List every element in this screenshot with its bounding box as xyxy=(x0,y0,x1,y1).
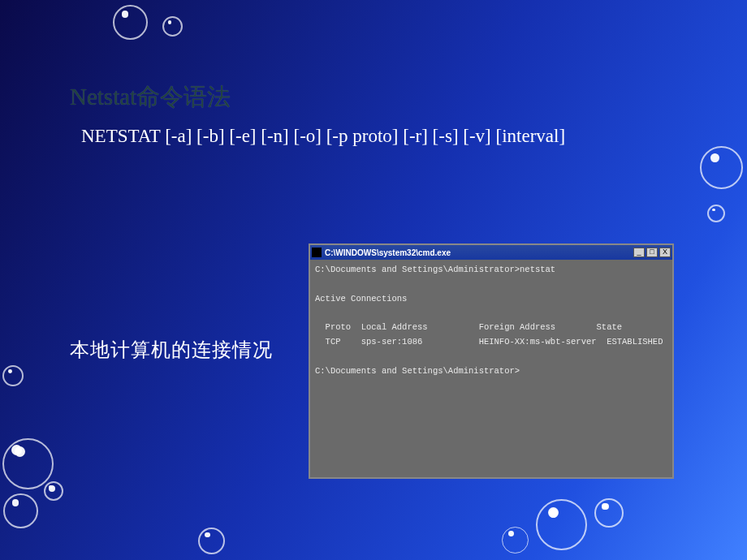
bubble-decor xyxy=(198,528,225,554)
bubble-decor xyxy=(502,527,529,554)
bubble-decor xyxy=(700,146,743,189)
bubble-decor xyxy=(2,365,24,386)
bubble-decor xyxy=(3,493,38,528)
cmd-titlebar[interactable]: C:\WINDOWS\system32\cmd.exe _ □ X xyxy=(310,245,672,260)
syntax-line: NETSTAT [-a] [-b] [-e] [-n] [-o] [-p pro… xyxy=(81,126,565,147)
slide-title: Netstat命令语法 xyxy=(70,81,231,114)
bubble-decor xyxy=(549,509,558,518)
cmd-window: C:\WINDOWS\system32\cmd.exe _ □ X C:\Doc… xyxy=(309,243,674,479)
cmd-output[interactable]: C:\Documents and Settings\Administrator>… xyxy=(310,260,672,477)
minimize-button[interactable]: _ xyxy=(633,248,645,257)
bubble-decor xyxy=(536,499,587,550)
cmd-app-icon xyxy=(312,248,322,257)
bubble-decor xyxy=(2,438,54,489)
bubble-decor xyxy=(594,498,624,528)
slide-caption: 本地计算机的连接情况 xyxy=(70,337,273,363)
bubble-decor xyxy=(602,503,609,510)
bubble-decor xyxy=(162,16,183,37)
bubble-decor xyxy=(707,205,725,222)
cmd-window-title: C:\WINDOWS\system32\cmd.exe xyxy=(325,248,451,257)
maximize-button[interactable]: □ xyxy=(646,248,658,257)
bubble-decor xyxy=(49,485,55,492)
bubble-decor xyxy=(113,5,148,40)
bubble-decor xyxy=(11,445,22,455)
close-button[interactable]: X xyxy=(659,248,671,257)
